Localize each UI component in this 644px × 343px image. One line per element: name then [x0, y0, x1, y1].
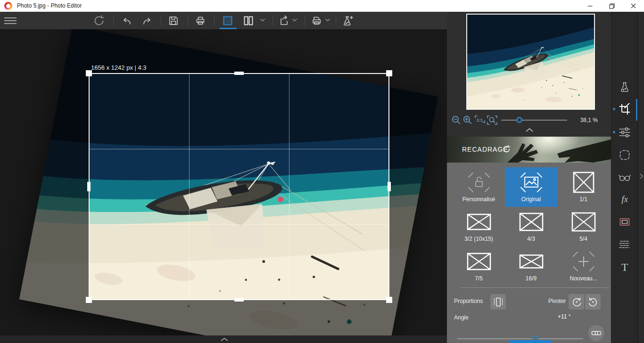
crop-preset-grid: PersonnaliséOriginal1/13/2 (10x15)4/35/4… — [453, 167, 610, 286]
expand-right-chevron-icon[interactable] — [640, 173, 643, 179]
crop-preset-7-5[interactable]: 7/5 — [453, 246, 505, 286]
auto-level-button[interactable] — [588, 325, 604, 341]
crop-preset-3-2[interactable]: 3/2 (10x15) — [453, 207, 505, 246]
crop-preset-label: 5/4 — [579, 236, 587, 242]
crop-preset-3-2-icon — [466, 209, 492, 235]
texture-icon[interactable] — [618, 237, 632, 252]
view-compare-icon[interactable] — [242, 14, 255, 27]
crop-preset-label: 3/2 (10x15) — [464, 236, 493, 242]
toolbar — [0, 12, 447, 29]
share-icon[interactable] — [278, 14, 291, 27]
crop-panel-title: RECADRAGE — [462, 146, 508, 153]
crop-handle-top-right[interactable] — [386, 70, 392, 76]
crop-preset-1-1[interactable]: 1/1 — [557, 167, 610, 207]
crop-preset-label: 1/1 — [579, 196, 587, 203]
tool-sidebar: fx T — [611, 12, 637, 343]
retouch-glasses-icon[interactable] — [618, 170, 632, 184]
crop-preset-4-3-icon — [518, 209, 545, 235]
crop-preset-label: Personnalisé — [462, 196, 495, 203]
fx-effects-icon[interactable]: fx — [618, 192, 632, 206]
crop-preset-label: Original — [521, 196, 541, 203]
collapse-preview-chevron-icon[interactable] — [526, 128, 533, 132]
divider — [461, 287, 609, 288]
angle-label: Angle — [454, 314, 469, 321]
crop-preset-16-9-icon — [518, 248, 545, 275]
rotate-cw-button[interactable] — [585, 294, 601, 310]
crop-preset-label: 7/5 — [475, 275, 483, 282]
zoom-controls: 1:1 38,1 % — [447, 114, 611, 128]
flask-plus-icon[interactable] — [341, 14, 355, 27]
crop-handle-bottom[interactable] — [234, 298, 244, 302]
svg-text:1:1: 1:1 — [477, 118, 483, 122]
crop-handle-left[interactable] — [87, 182, 91, 191]
share-dropdown-chevron-icon[interactable] — [292, 18, 297, 21]
rotate-label: Pivoter — [548, 298, 566, 304]
undo-icon[interactable] — [120, 14, 133, 27]
view-dropdown-chevron-icon[interactable] — [260, 18, 265, 21]
crop-preset-label: Nouveau... — [570, 275, 597, 282]
zoom-out-icon[interactable] — [451, 114, 462, 126]
crop-area[interactable] — [90, 74, 388, 299]
crop-panel-header: RECADRAGE — [447, 137, 611, 163]
zoom-fit-icon[interactable] — [487, 114, 498, 126]
print-order-icon[interactable] — [310, 14, 323, 27]
expand-bottom-panel-chevron-icon[interactable] — [221, 338, 228, 341]
crop-preset-16-9[interactable]: 16/9 — [505, 246, 557, 286]
print-order-chevron-icon[interactable] — [325, 18, 330, 21]
crop-handle-right[interactable] — [388, 182, 391, 191]
zoom-slider-handle[interactable] — [516, 117, 522, 123]
right-panel: 1:1 38,1 % RECADRAGE PersonnaliséOrigina… — [447, 12, 611, 343]
selection-icon[interactable] — [618, 148, 632, 162]
crop-preset-custom-icon — [466, 169, 492, 196]
adjustments-sliders-icon[interactable] — [618, 125, 632, 139]
crop-options: PersonnaliséOriginal1/13/2 (10x15)4/35/4… — [447, 163, 611, 343]
zoom-in-icon[interactable] — [462, 114, 473, 126]
crop-preset-5-4-icon — [570, 209, 597, 235]
redo-icon[interactable] — [141, 14, 154, 27]
effects-flask-icon[interactable] — [618, 80, 632, 94]
app-logo-icon — [4, 2, 12, 10]
editor-canvas: 1656 x 1242 px | 4:3 — [0, 29, 447, 343]
bottom-panel-strip — [0, 335, 447, 343]
save-icon[interactable] — [167, 14, 180, 27]
crop-preset-custom[interactable]: Personnalisé — [453, 167, 505, 207]
crop-preset-1-1-icon — [570, 169, 597, 196]
modified-dot-adjust — [613, 131, 615, 133]
reset-icon[interactable] — [92, 14, 106, 27]
window-title: Photo 5.jpg - Photo Editor — [17, 0, 82, 12]
frames-icon[interactable] — [618, 215, 632, 229]
text-tool-icon[interactable]: T — [618, 260, 632, 274]
collapsed-panel-strip — [637, 12, 644, 343]
crop-preset-new-icon — [570, 248, 597, 275]
apply-button-peek[interactable] — [509, 340, 552, 343]
rotate-ccw-button[interactable] — [569, 294, 584, 310]
menu-hamburger-button[interactable] — [4, 14, 17, 27]
modified-dot-crop — [613, 108, 615, 110]
crop-preset-original-icon — [518, 169, 545, 196]
angle-slider[interactable] — [457, 338, 583, 339]
titlebar: Photo 5.jpg - Photo Editor — [0, 0, 644, 12]
swap-proportions-button[interactable] — [490, 294, 506, 310]
zoom-slider[interactable] — [501, 120, 567, 121]
minimize-button[interactable] — [579, 0, 601, 12]
crop-reset-icon[interactable] — [503, 145, 511, 153]
close-button[interactable] — [623, 0, 644, 12]
crop-dimension-label: 1656 x 1242 px | 4:3 — [91, 64, 147, 71]
crop-border — [89, 73, 389, 300]
crop-preset-new[interactable]: Nouveau... — [557, 246, 610, 286]
view-single-icon[interactable] — [221, 14, 234, 27]
crop-preset-original[interactable]: Original — [505, 167, 557, 207]
crop-handle-bottom-right[interactable] — [386, 297, 392, 303]
print-icon[interactable] — [194, 14, 207, 27]
crop-handle-top[interactable] — [234, 72, 244, 75]
restore-button[interactable] — [601, 0, 622, 12]
crop-tool-icon[interactable] — [618, 102, 632, 116]
crop-handle-bottom-left[interactable] — [86, 297, 92, 303]
angle-value: +11 ° — [558, 313, 571, 320]
zoom-100-icon[interactable]: 1:1 — [474, 114, 486, 126]
zoom-percent-value: 38,1 % — [580, 117, 598, 123]
crop-preset-4-3[interactable]: 4/3 — [505, 207, 557, 246]
crop-preset-7-5-icon — [466, 248, 492, 275]
navigator-preview — [466, 14, 595, 110]
crop-preset-5-4[interactable]: 5/4 — [557, 207, 610, 246]
